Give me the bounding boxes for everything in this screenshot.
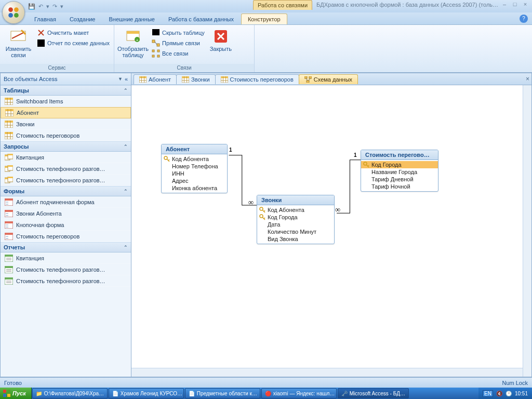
relationships-canvas[interactable]: 1 ∞ ∞ 1 Абонент Код АбонентаНомер Телефо… <box>131 85 531 377</box>
nav-item[interactable]: Switchboard Items <box>1 96 131 107</box>
nav-item[interactable]: Стоимость телефонного разгов… <box>1 264 131 275</box>
entity-stoimost[interactable]: Стоимость перегово… Код ГородаНазвание Г… <box>361 150 438 192</box>
nav-cat-tables[interactable]: Таблицы⌃ <box>1 85 131 96</box>
nav-item[interactable]: Квитанция <box>1 252 131 264</box>
minimize-button[interactable]: – <box>500 1 509 8</box>
field-row[interactable]: Вид Звонка <box>257 235 334 243</box>
vertical-scrollbar[interactable] <box>523 85 531 377</box>
system-tray[interactable]: EN 🔇 🕐 10:51 <box>478 388 532 399</box>
qat-redo-icon[interactable]: ↷ <box>52 3 57 10</box>
context-title: Работа со связями <box>253 0 312 10</box>
qat-undo-icon[interactable]: ↶ <box>38 3 43 10</box>
tab-design[interactable]: Конструктор <box>241 14 287 24</box>
restore-button[interactable]: □ <box>510 1 520 8</box>
taskbar-item[interactable]: 🔴xiaomi — Яндекс: нашл… <box>261 388 337 398</box>
collapse-icon[interactable]: « <box>125 76 128 82</box>
rel-many: ∞ <box>335 206 340 214</box>
field-row[interactable]: Адрес <box>162 177 227 184</box>
field-row[interactable]: Код Абонента <box>162 155 227 163</box>
tab-create[interactable]: Создание <box>63 14 102 24</box>
field-row[interactable]: Количество Минут <box>257 228 334 235</box>
taskbar-item[interactable]: 📁O:\Филатова\Д094\Хра… <box>32 388 108 398</box>
tray-icon[interactable]: 🕐 <box>506 391 512 396</box>
clock[interactable]: 10:51 <box>515 391 528 396</box>
field-row[interactable]: Номер Телефона <box>162 163 227 170</box>
edit-relationships-button[interactable]: Изменить связи <box>3 27 34 58</box>
relationship-report-button[interactable]: Отчет по схеме данных <box>36 38 111 48</box>
field-row[interactable]: Название Города <box>361 168 438 176</box>
direct-relations-button[interactable]: Прямые связи <box>151 38 206 48</box>
document-tabs: АбонентЗвонкиСтоимость переговоровСхема … <box>131 73 531 85</box>
svg-point-1 <box>14 7 19 12</box>
show-table-button[interactable]: + Отобразить таблицу <box>117 27 149 58</box>
nav-item[interactable]: Квитанция <box>1 152 131 163</box>
field-row[interactable]: Тариф Дневной <box>361 176 438 183</box>
tab-home[interactable]: Главная <box>28 14 62 24</box>
svg-rect-54 <box>5 198 13 201</box>
nav-item[interactable]: Стоимость переговоров <box>1 231 131 242</box>
taskbar-item[interactable]: 📄Храмов Леонид КУРСО… <box>109 388 184 398</box>
svg-rect-52 <box>8 177 13 178</box>
doc-tab[interactable]: Абонент <box>134 74 177 84</box>
ribbon-group-relations: + Отобразить таблицу Скрыть таблицу Прям… <box>114 25 255 72</box>
all-relations-button[interactable]: Все связи <box>151 49 206 58</box>
entity-abonent[interactable]: Абонент Код АбонентаНомер ТелефонаИННАдр… <box>161 144 228 193</box>
content-area: Все объекты Access ▼« Таблицы⌃ Switchboa… <box>0 73 532 377</box>
entity-zvonki[interactable]: Звонки Код АбонентаКод ГородаДатаКоличес… <box>257 195 335 244</box>
rel-one: 1 <box>229 147 232 153</box>
doc-tab[interactable]: Стоимость переговоров <box>215 74 299 84</box>
field-row[interactable]: Код Города <box>257 214 334 221</box>
hide-table-button[interactable]: Скрыть таблицу <box>151 28 206 37</box>
doc-tab[interactable]: Звонки <box>176 74 216 84</box>
qat-save-icon[interactable]: 💾 <box>28 3 35 10</box>
svg-rect-116 <box>7 394 10 397</box>
lang-indicator[interactable]: EN <box>483 390 493 397</box>
nav-item[interactable]: Звонки Абонента <box>1 208 131 219</box>
field-row[interactable]: Код Абонента <box>257 206 334 214</box>
nav-cat-reports[interactable]: Отчеты⌃ <box>1 242 131 252</box>
svg-rect-66 <box>5 233 13 235</box>
nav-cat-forms[interactable]: Формы⌃ <box>1 186 131 196</box>
svg-rect-18 <box>152 55 154 57</box>
svg-line-106 <box>264 210 265 211</box>
status-numlock: Num Lock <box>502 380 528 386</box>
svg-point-2 <box>8 13 13 18</box>
help-button[interactable]: ? <box>520 15 528 23</box>
nav-item[interactable]: Стоимость телефонного разгов… <box>1 175 131 186</box>
close-button[interactable]: × <box>521 1 530 8</box>
close-button-ribbon[interactable]: Закрыть <box>208 27 234 52</box>
rel-many: ∞ <box>248 198 254 207</box>
start-button[interactable]: Пуск <box>0 388 32 399</box>
nav-item[interactable]: Звонки <box>1 118 131 130</box>
horizontal-scrollbar[interactable] <box>131 368 523 377</box>
field-row[interactable]: Код Города <box>361 161 438 168</box>
taskbar-item[interactable]: 📄Предметные области к… <box>185 388 260 398</box>
window-buttons: – □ × <box>500 1 530 8</box>
tab-external[interactable]: Внешние данные <box>103 14 161 24</box>
group-label: Связи <box>114 64 254 72</box>
field-row[interactable]: Дата <box>257 221 334 228</box>
tray-icon[interactable]: 🔇 <box>496 391 502 396</box>
chevron-down-icon[interactable]: ▼ <box>118 76 123 82</box>
svg-rect-74 <box>5 266 13 268</box>
nav-item[interactable]: Стоимость телефонного разгов… <box>1 275 131 287</box>
doc-tab[interactable]: Схема данных <box>299 74 358 84</box>
nav-cat-queries[interactable]: Запросы⌃ <box>1 141 131 152</box>
office-button[interactable] <box>2 1 25 24</box>
nav-item[interactable]: Абонент <box>1 107 131 118</box>
nav-item[interactable]: Кнопочная форма <box>1 219 131 231</box>
clear-layout-button[interactable]: Очистить макет <box>36 28 111 37</box>
doc-close-button[interactable]: × <box>526 75 529 83</box>
tab-dbtools[interactable]: Работа с базами данных <box>162 14 240 24</box>
field-row[interactable]: Тариф Ночной <box>361 183 438 190</box>
field-row[interactable]: Иконка абонента <box>162 184 227 192</box>
taskbar-item[interactable]: 🗝️Microsoft Access - БД… <box>338 388 409 398</box>
entity-title: Стоимость перегово… <box>361 150 438 160</box>
svg-line-15 <box>155 42 157 45</box>
field-row[interactable]: ИНН <box>162 170 227 177</box>
rel-one: 1 <box>354 152 357 158</box>
nav-header[interactable]: Все объекты Access ▼« <box>1 73 131 85</box>
nav-item[interactable]: Стоимость переговоров <box>1 130 131 141</box>
nav-item[interactable]: Стоимость телефонного разгов… <box>1 163 131 175</box>
nav-item[interactable]: Абонент подчиненная форма <box>1 196 131 208</box>
